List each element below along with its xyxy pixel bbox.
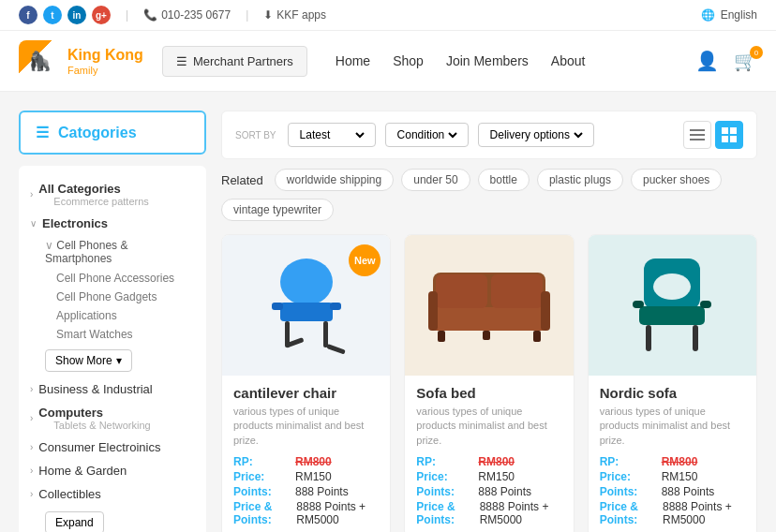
list-view-button[interactable] [683,121,711,149]
cart-icon[interactable]: 🛒 0 [734,50,757,72]
price-row-2: Price: RM150 [600,470,745,483]
svg-rect-18 [491,274,543,308]
logo[interactable]: 🦍 King Kong Family [19,40,143,81]
facebook-icon[interactable]: f [19,6,37,24]
sidebar-item-applications[interactable]: Applications [30,306,195,325]
svg-rect-4 [730,127,737,134]
linkedin-icon[interactable]: in [67,6,86,24]
svg-point-26 [653,273,691,300]
globe-icon: 🌐 [701,8,715,22]
chevron-down-icon: ▾ [116,354,122,367]
sort-condition-select[interactable]: Condition New Used [385,123,469,147]
sort-delivery-select[interactable]: Delivery options Free shipping Express [478,123,594,147]
sidebar-item-gadgets[interactable]: Cell Phone Gadgets [30,288,195,306]
nav-join-members[interactable]: Join Members [446,53,529,68]
sidebar-item-all-categories[interactable]: › All Categories Ecommerce patterns [30,177,195,212]
price-row-1: Price: RM150 [416,470,561,483]
sidebar-header: ☰ Catogories [19,111,206,155]
sort-latest-select[interactable]: Latest Oldest Price Low Price High [288,123,376,147]
tag-bottle[interactable]: bottle [478,169,530,191]
price-points-row-2: Price & Points: 8888 Points + RM5000 [600,500,745,526]
arrow-icon: › [30,466,33,476]
product-card-0[interactable]: New [221,234,391,532]
list-icon: ☰ [36,124,49,141]
svg-rect-20 [541,291,550,331]
svg-rect-27 [646,325,651,351]
product-image-2 [589,235,756,376]
nav-shop[interactable]: Shop [393,53,424,68]
svg-rect-29 [633,301,644,308]
sidebar-item-home-garden[interactable]: › Home & Garden [30,459,195,482]
logo-text-wrap: King Kong Family [67,46,143,75]
svg-rect-21 [438,331,445,342]
svg-rect-10 [323,321,328,347]
delivery-dropdown[interactable]: Delivery options Free shipping Express [486,127,586,142]
rp-row-1: RP: RM800 [416,455,561,468]
svg-rect-13 [272,303,283,310]
nav-bar: 🦍 King Kong Family ☰ Merchant Partners H… [0,31,776,92]
sidebar-item-consumer-electronics[interactable]: › Consumer Electroinics [30,436,195,459]
tag-under50[interactable]: under 50 [401,169,470,191]
svg-rect-16 [433,307,545,331]
svg-rect-2 [690,139,705,140]
svg-rect-12 [326,344,346,355]
top-right: 🌐 English [701,8,757,22]
points-row-0: Points: 888 Points [233,485,379,498]
svg-point-7 [280,259,333,305]
user-icon[interactable]: 👤 [695,50,719,72]
cart-badge: 0 [750,46,763,59]
latest-dropdown[interactable]: Latest Oldest Price Low Price High [296,127,367,142]
grid-view-button[interactable] [715,121,743,149]
tag-worldwide[interactable]: worldwide shipping [275,169,394,191]
twitter-icon[interactable]: t [43,6,62,24]
arrow-icon: › [30,189,33,200]
product-card-1[interactable]: Sofa bed various types of unique product… [404,234,574,532]
sidebar-item-electronics[interactable]: ∨ Electronics [30,212,195,235]
nav-home[interactable]: Home [336,53,370,68]
condition-dropdown[interactable]: Condition New Used [394,127,460,142]
tag-plastic-plugs[interactable]: plastic plugs [537,169,623,191]
sidebar-item-accessories[interactable]: Cell Phone Accessories [30,269,195,288]
nav-about[interactable]: About [551,53,586,68]
product-image-0: New [222,235,390,376]
svg-rect-6 [730,136,737,142]
divider: | [126,8,128,22]
sidebar-item-computers[interactable]: › Computers Tablets & Networking [30,401,195,436]
tag-pucker-shoes[interactable]: pucker shoes [631,169,722,191]
download-icon: ⬇ [263,8,273,22]
sidebar-item-cell-phones[interactable]: ∨ Cell Phones & Smartphones [30,235,195,269]
nav-icons: 👤 🛒 0 [695,50,757,72]
blue-chair-svg [255,254,358,357]
merchant-partners-button[interactable]: ☰ Merchant Partners [162,46,307,77]
show-more-button[interactable]: Show More ▾ [45,349,132,372]
price-points-row-0: Price & Points: 8888 Points + RM5000 [233,500,379,526]
arrow-icon: › [30,489,33,499]
sort-bar: SORT BY Latest Oldest Price Low Price Hi… [221,111,757,159]
price-row-0: Price: RM150 [233,470,379,483]
app-link[interactable]: ⬇ KKF apps [263,8,326,22]
expand-button[interactable]: Expand [45,511,104,532]
svg-rect-17 [436,274,487,308]
phone-icon: 📞 [143,8,157,22]
product-info-2: Nordic sofa various types of unique prod… [589,376,756,532]
svg-rect-23 [483,331,490,340]
googleplus-icon[interactable]: g+ [92,6,111,24]
teal-chair-svg [625,254,719,357]
nav-links: Home Shop Join Members About [336,53,586,68]
view-toggle [683,121,743,149]
arrow-icon: › [30,384,33,394]
sidebar-item-smartwatches[interactable]: Smart Watches [30,325,195,344]
rp-row-0: RP: RM800 [233,455,379,468]
sidebar: ☰ Catogories › All Categories Ecommerce … [19,111,206,532]
product-area: SORT BY Latest Oldest Price Low Price Hi… [221,111,757,532]
svg-rect-22 [533,331,541,342]
points-row-1: Points: 888 Points [416,485,561,498]
sidebar-item-business[interactable]: › Business & Industrial [30,377,195,401]
product-card-2[interactable]: Nordic sofa various types of unique prod… [588,234,757,532]
arrow-icon: › [30,442,33,452]
sidebar-content: › All Categories Ecommerce patterns ∨ El… [19,166,206,532]
product-image-1 [405,235,573,376]
tag-vintage[interactable]: vintage typewriter [221,199,334,221]
sidebar-item-collectibles[interactable]: › Collectibles [30,482,195,506]
divider2: | [246,8,248,22]
